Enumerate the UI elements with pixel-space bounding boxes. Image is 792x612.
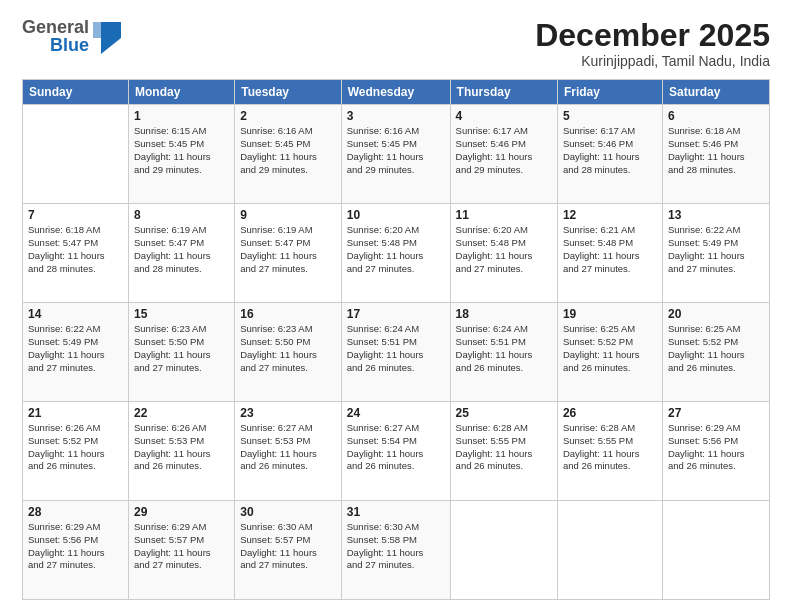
day-number: 15 [134,307,229,321]
day-info: Sunrise: 6:23 AM Sunset: 5:50 PM Dayligh… [134,323,229,374]
day-info: Sunrise: 6:26 AM Sunset: 5:52 PM Dayligh… [28,422,123,473]
calendar-cell: 31Sunrise: 6:30 AM Sunset: 5:58 PM Dayli… [341,501,450,600]
day-info: Sunrise: 6:29 AM Sunset: 5:56 PM Dayligh… [28,521,123,572]
day-number: 20 [668,307,764,321]
calendar-header-row: SundayMondayTuesdayWednesdayThursdayFrid… [23,80,770,105]
header: General Blue December 2025 Kurinjippadi,… [22,18,770,69]
logo-icon [93,18,123,54]
calendar-cell: 28Sunrise: 6:29 AM Sunset: 5:56 PM Dayli… [23,501,129,600]
day-info: Sunrise: 6:28 AM Sunset: 5:55 PM Dayligh… [456,422,552,473]
day-info: Sunrise: 6:30 AM Sunset: 5:58 PM Dayligh… [347,521,445,572]
day-number: 10 [347,208,445,222]
day-info: Sunrise: 6:16 AM Sunset: 5:45 PM Dayligh… [240,125,336,176]
day-number: 22 [134,406,229,420]
day-info: Sunrise: 6:20 AM Sunset: 5:48 PM Dayligh… [456,224,552,275]
calendar-cell [450,501,557,600]
calendar-cell [557,501,662,600]
day-number: 5 [563,109,657,123]
day-number: 26 [563,406,657,420]
calendar-header-friday: Friday [557,80,662,105]
calendar-week-row: 1Sunrise: 6:15 AM Sunset: 5:45 PM Daylig… [23,105,770,204]
calendar-week-row: 14Sunrise: 6:22 AM Sunset: 5:49 PM Dayli… [23,303,770,402]
title-block: December 2025 Kurinjippadi, Tamil Nadu, … [535,18,770,69]
day-info: Sunrise: 6:27 AM Sunset: 5:54 PM Dayligh… [347,422,445,473]
calendar-cell: 8Sunrise: 6:19 AM Sunset: 5:47 PM Daylig… [128,204,234,303]
day-number: 30 [240,505,336,519]
calendar-cell: 16Sunrise: 6:23 AM Sunset: 5:50 PM Dayli… [235,303,342,402]
calendar-cell: 17Sunrise: 6:24 AM Sunset: 5:51 PM Dayli… [341,303,450,402]
calendar-cell: 6Sunrise: 6:18 AM Sunset: 5:46 PM Daylig… [662,105,769,204]
day-info: Sunrise: 6:16 AM Sunset: 5:45 PM Dayligh… [347,125,445,176]
day-number: 25 [456,406,552,420]
day-number: 7 [28,208,123,222]
calendar-week-row: 21Sunrise: 6:26 AM Sunset: 5:52 PM Dayli… [23,402,770,501]
calendar-cell: 26Sunrise: 6:28 AM Sunset: 5:55 PM Dayli… [557,402,662,501]
day-number: 16 [240,307,336,321]
calendar-cell: 15Sunrise: 6:23 AM Sunset: 5:50 PM Dayli… [128,303,234,402]
day-number: 3 [347,109,445,123]
calendar-cell: 12Sunrise: 6:21 AM Sunset: 5:48 PM Dayli… [557,204,662,303]
calendar-cell: 11Sunrise: 6:20 AM Sunset: 5:48 PM Dayli… [450,204,557,303]
day-number: 27 [668,406,764,420]
calendar-cell: 14Sunrise: 6:22 AM Sunset: 5:49 PM Dayli… [23,303,129,402]
day-info: Sunrise: 6:17 AM Sunset: 5:46 PM Dayligh… [563,125,657,176]
day-number: 31 [347,505,445,519]
day-info: Sunrise: 6:24 AM Sunset: 5:51 PM Dayligh… [347,323,445,374]
calendar-cell: 24Sunrise: 6:27 AM Sunset: 5:54 PM Dayli… [341,402,450,501]
calendar-header-tuesday: Tuesday [235,80,342,105]
calendar-header-thursday: Thursday [450,80,557,105]
day-info: Sunrise: 6:28 AM Sunset: 5:55 PM Dayligh… [563,422,657,473]
day-info: Sunrise: 6:27 AM Sunset: 5:53 PM Dayligh… [240,422,336,473]
day-number: 1 [134,109,229,123]
day-info: Sunrise: 6:22 AM Sunset: 5:49 PM Dayligh… [28,323,123,374]
day-info: Sunrise: 6:25 AM Sunset: 5:52 PM Dayligh… [668,323,764,374]
day-info: Sunrise: 6:19 AM Sunset: 5:47 PM Dayligh… [240,224,336,275]
day-info: Sunrise: 6:30 AM Sunset: 5:57 PM Dayligh… [240,521,336,572]
day-number: 13 [668,208,764,222]
day-info: Sunrise: 6:18 AM Sunset: 5:47 PM Dayligh… [28,224,123,275]
day-info: Sunrise: 6:18 AM Sunset: 5:46 PM Dayligh… [668,125,764,176]
day-info: Sunrise: 6:20 AM Sunset: 5:48 PM Dayligh… [347,224,445,275]
day-number: 17 [347,307,445,321]
day-number: 6 [668,109,764,123]
logo: General Blue [22,18,123,54]
day-number: 28 [28,505,123,519]
calendar-cell: 25Sunrise: 6:28 AM Sunset: 5:55 PM Dayli… [450,402,557,501]
calendar-cell: 19Sunrise: 6:25 AM Sunset: 5:52 PM Dayli… [557,303,662,402]
day-number: 9 [240,208,336,222]
calendar-cell: 23Sunrise: 6:27 AM Sunset: 5:53 PM Dayli… [235,402,342,501]
day-number: 2 [240,109,336,123]
calendar-cell: 22Sunrise: 6:26 AM Sunset: 5:53 PM Dayli… [128,402,234,501]
page: General Blue December 2025 Kurinjippadi,… [0,0,792,612]
svg-marker-1 [93,22,107,38]
logo-blue: Blue [50,36,89,54]
day-number: 12 [563,208,657,222]
day-info: Sunrise: 6:29 AM Sunset: 5:56 PM Dayligh… [668,422,764,473]
day-number: 11 [456,208,552,222]
day-info: Sunrise: 6:21 AM Sunset: 5:48 PM Dayligh… [563,224,657,275]
calendar-cell [23,105,129,204]
calendar-cell: 9Sunrise: 6:19 AM Sunset: 5:47 PM Daylig… [235,204,342,303]
day-number: 23 [240,406,336,420]
calendar-cell: 13Sunrise: 6:22 AM Sunset: 5:49 PM Dayli… [662,204,769,303]
day-number: 14 [28,307,123,321]
month-title: December 2025 [535,18,770,53]
logo-general: General [22,18,89,36]
calendar: SundayMondayTuesdayWednesdayThursdayFrid… [22,79,770,600]
day-info: Sunrise: 6:29 AM Sunset: 5:57 PM Dayligh… [134,521,229,572]
calendar-cell: 4Sunrise: 6:17 AM Sunset: 5:46 PM Daylig… [450,105,557,204]
day-number: 29 [134,505,229,519]
calendar-cell: 21Sunrise: 6:26 AM Sunset: 5:52 PM Dayli… [23,402,129,501]
calendar-cell: 2Sunrise: 6:16 AM Sunset: 5:45 PM Daylig… [235,105,342,204]
day-info: Sunrise: 6:22 AM Sunset: 5:49 PM Dayligh… [668,224,764,275]
day-number: 4 [456,109,552,123]
day-info: Sunrise: 6:24 AM Sunset: 5:51 PM Dayligh… [456,323,552,374]
day-number: 8 [134,208,229,222]
calendar-cell: 29Sunrise: 6:29 AM Sunset: 5:57 PM Dayli… [128,501,234,600]
day-info: Sunrise: 6:25 AM Sunset: 5:52 PM Dayligh… [563,323,657,374]
calendar-cell: 1Sunrise: 6:15 AM Sunset: 5:45 PM Daylig… [128,105,234,204]
subtitle: Kurinjippadi, Tamil Nadu, India [535,53,770,69]
day-info: Sunrise: 6:26 AM Sunset: 5:53 PM Dayligh… [134,422,229,473]
calendar-cell: 30Sunrise: 6:30 AM Sunset: 5:57 PM Dayli… [235,501,342,600]
calendar-cell: 20Sunrise: 6:25 AM Sunset: 5:52 PM Dayli… [662,303,769,402]
